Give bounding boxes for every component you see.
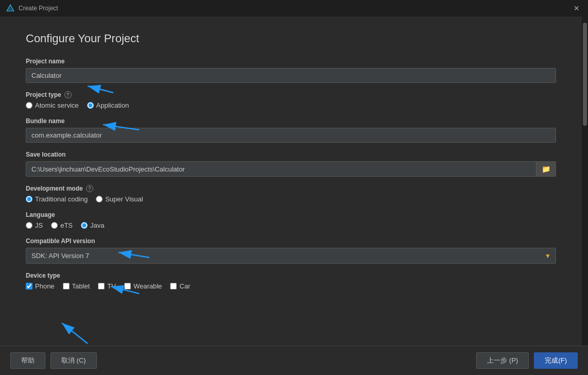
radio-ets[interactable]: eTS [51,221,73,229]
app-logo [6,4,14,12]
svg-line-7 [62,323,88,344]
language-label: Language [26,211,556,218]
api-version-group: Compatible API version SDK: API Version … [26,237,556,264]
checkbox-tablet[interactable]: Tablet [63,282,90,290]
bundle-name-input[interactable] [26,128,556,143]
device-type-group: Device type Phone Tablet TV Wearable [26,272,556,290]
checkbox-tablet-label: Tablet [72,282,90,290]
radio-traditional-coding[interactable]: Traditional coding [26,195,88,203]
radio-super-visual-label: Super Visual [105,195,143,203]
device-type-checkbox-group: Phone Tablet TV Wearable Car [26,282,556,290]
checkbox-tv-label: TV [107,282,116,290]
api-version-label: Compatible API version [26,237,556,245]
radio-ets-label: eTS [60,221,73,229]
dialog-footer: 帮助 取消 (C) 上一步 (P) 完成(F) [0,346,588,375]
save-location-input-wrapper: 📁 [26,161,556,177]
development-mode-group: Development mode ? Traditional coding Su… [26,185,556,203]
radio-js[interactable]: JS [26,221,43,229]
checkbox-car[interactable]: Car [170,282,190,290]
development-mode-help-icon[interactable]: ? [86,185,93,192]
project-name-input[interactable] [26,68,556,83]
checkbox-wearable[interactable]: Wearable [124,282,162,290]
development-mode-radio-group: Traditional coding Super Visual [26,195,556,203]
bundle-name-group: Bundle name [26,117,556,143]
page-title: Configure Your Project [26,32,556,45]
radio-application[interactable]: Application [87,101,129,109]
cancel-button[interactable]: 取消 (C) [51,352,97,369]
project-type-label: Project type ? [26,91,556,98]
save-location-input[interactable] [26,162,536,176]
checkbox-wearable-label: Wearable [133,282,162,290]
project-type-radio-group: Atomic service Application [26,101,556,109]
language-group: Language JS eTS Java [26,211,556,229]
project-name-group: Project name [26,58,556,83]
checkbox-phone-label: Phone [35,282,55,290]
language-radio-group: JS eTS Java [26,221,556,229]
radio-application-label: Application [96,101,129,109]
scrollbar-track[interactable] [582,16,588,346]
radio-atomic-service[interactable]: Atomic service [26,101,79,109]
api-version-select[interactable]: SDK: API Version 7 SDK: API Version 6 SD… [26,248,556,264]
save-location-group: Save location 📁 [26,151,556,177]
finish-button[interactable]: 完成(F) [534,352,578,369]
radio-super-visual[interactable]: Super Visual [96,195,143,203]
project-type-help-icon[interactable]: ? [64,91,72,98]
save-location-label: Save location [26,151,556,158]
checkbox-tv[interactable]: TV [98,282,116,290]
close-button[interactable]: ✕ [572,3,582,13]
content-area: Configure Your Project Project name Proj… [0,16,582,346]
bundle-name-label: Bundle name [26,117,556,125]
title-bar: Create Project ✕ [0,0,588,16]
title-bar-title: Create Project [19,5,58,12]
footer-right: 上一步 (P) 完成(F) [476,352,578,369]
radio-js-label: JS [35,221,43,229]
radio-atomic-service-label: Atomic service [35,101,79,109]
api-version-select-wrapper: SDK: API Version 7 SDK: API Version 6 SD… [26,248,556,264]
scrollbar-thumb[interactable] [583,23,587,126]
checkbox-car-label: Car [179,282,190,290]
project-name-label: Project name [26,58,556,65]
checkbox-phone[interactable]: Phone [26,282,55,290]
development-mode-label: Development mode ? [26,185,556,192]
browse-button[interactable]: 📁 [536,162,556,176]
project-type-group: Project type ? Atomic service Applicatio… [26,91,556,109]
dialog-body: Configure Your Project Project name Proj… [0,16,588,346]
prev-button[interactable]: 上一步 (P) [476,352,529,369]
device-type-label: Device type [26,272,556,279]
radio-java[interactable]: Java [81,221,104,229]
radio-traditional-label: Traditional coding [35,195,88,203]
help-button[interactable]: 帮助 [10,352,45,369]
radio-java-label: Java [90,221,104,229]
footer-left: 帮助 取消 (C) [10,352,97,369]
